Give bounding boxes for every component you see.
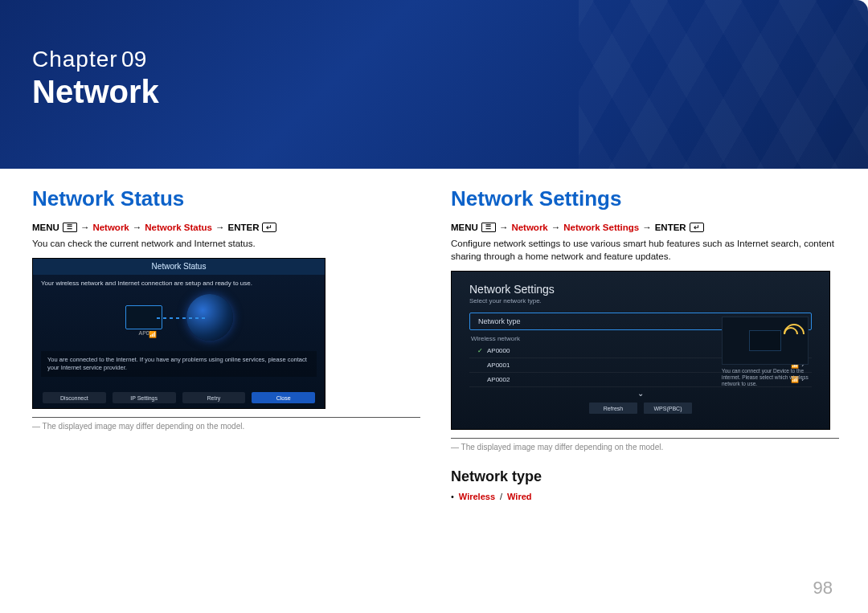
arrow-icon: → bbox=[499, 223, 509, 232]
path-seg: Network Status bbox=[145, 223, 212, 232]
ss1-ap-label: AP000 bbox=[131, 330, 163, 336]
ss2-side-image bbox=[722, 317, 809, 365]
enter-icon bbox=[690, 223, 704, 232]
menu-label: MENU bbox=[451, 223, 478, 232]
menu-path-settings: MENU ☰ → Network → Network Settings → EN… bbox=[451, 223, 839, 232]
status-description: You can check the current network and In… bbox=[32, 237, 420, 250]
menu-path-status: MENU ☰ → Network → Network Status → ENTE… bbox=[32, 223, 420, 232]
arrow-icon: → bbox=[551, 223, 561, 232]
chevron-down-icon[interactable]: ⌄ bbox=[469, 389, 812, 398]
arrow-icon: → bbox=[80, 223, 90, 232]
refresh-button[interactable]: Refresh bbox=[589, 403, 637, 414]
disconnect-button[interactable]: Disconnect bbox=[43, 392, 106, 403]
network-status-section: Network Status MENU ☰ → Network → Networ… bbox=[32, 186, 420, 501]
enter-icon bbox=[262, 223, 276, 232]
chapter-label: Chapter bbox=[32, 47, 118, 72]
network-settings-heading: Network Settings bbox=[451, 186, 839, 211]
option-wired: Wired bbox=[507, 492, 531, 501]
network-type-options: • Wireless / Wired bbox=[451, 492, 839, 501]
close-button[interactable]: Close bbox=[252, 392, 315, 403]
banner-cubes-decor bbox=[579, 0, 868, 169]
ss1-visual: AP000 bbox=[44, 292, 313, 343]
option-wireless: Wireless bbox=[459, 492, 495, 501]
ss2-title: Network Settings bbox=[469, 283, 812, 296]
ip-settings-button[interactable]: IP Settings bbox=[113, 392, 176, 403]
ss1-top-message: Your wireless network and Internet conne… bbox=[33, 275, 325, 290]
network-settings-screenshot: Network Settings Select your network typ… bbox=[451, 271, 830, 430]
divider bbox=[451, 438, 839, 439]
ss1-title: Network Status bbox=[33, 259, 325, 275]
ss1-footer-message: You are connected to the Internet. If yo… bbox=[41, 351, 317, 377]
row-label: Network type bbox=[478, 317, 521, 325]
check-icon: ✓ bbox=[477, 347, 487, 354]
arrow-icon: → bbox=[133, 223, 142, 232]
path-seg: Network bbox=[511, 223, 547, 232]
arrow-icon: → bbox=[642, 223, 652, 232]
wps-button[interactable]: WPS(PBC) bbox=[644, 403, 692, 414]
settings-footnote: ― The displayed image may differ dependi… bbox=[451, 442, 839, 452]
network-type-subheading: Network type bbox=[451, 468, 839, 485]
path-seg: Network bbox=[92, 223, 129, 232]
settings-description: Configure network settings to use variou… bbox=[451, 237, 839, 263]
network-status-screenshot: Network Status Your wireless network and… bbox=[32, 258, 326, 409]
enter-label: ENTER bbox=[655, 223, 686, 232]
connection-line-icon bbox=[157, 317, 205, 319]
ss2-side-panel: You can connect your Device to the inter… bbox=[722, 317, 809, 387]
menu-icon: ☰ bbox=[481, 223, 496, 232]
tv-icon bbox=[749, 330, 781, 351]
wifi-arc-icon bbox=[784, 324, 801, 341]
arrow-icon: → bbox=[215, 223, 225, 232]
divider bbox=[32, 417, 420, 418]
ss2-subtitle: Select your network type. bbox=[469, 297, 812, 304]
ss2-side-text: You can connect your Device to the inter… bbox=[722, 368, 809, 387]
wifi-icon bbox=[149, 325, 157, 333]
enter-label: ENTER bbox=[227, 223, 259, 232]
page-number: 98 bbox=[813, 578, 833, 599]
network-status-heading: Network Status bbox=[32, 186, 420, 211]
path-seg: Network Settings bbox=[563, 223, 639, 232]
chapter-banner: Chapter 09 Network bbox=[0, 0, 868, 169]
bullet-icon: • bbox=[451, 492, 454, 501]
slash-separator: / bbox=[500, 492, 502, 501]
status-footnote: ― The displayed image may differ dependi… bbox=[32, 421, 420, 431]
network-settings-section: Network Settings MENU ☰ → Network → Netw… bbox=[451, 186, 839, 501]
menu-icon: ☰ bbox=[63, 223, 77, 232]
menu-label: MENU bbox=[32, 223, 59, 232]
retry-button[interactable]: Retry bbox=[182, 392, 246, 403]
chapter-number: 09 bbox=[121, 47, 146, 72]
